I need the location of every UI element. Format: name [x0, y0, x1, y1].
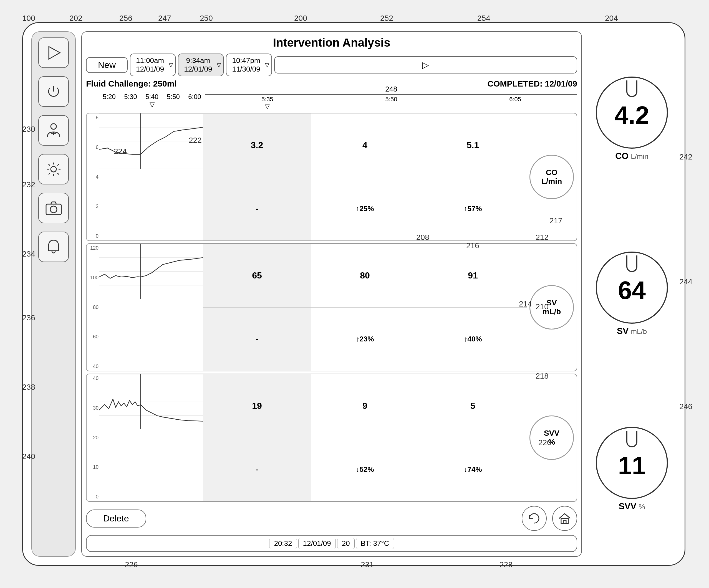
co-data-row: 8 6 4 2 0 [86, 113, 577, 241]
co-val-1: 3.2 [203, 113, 311, 177]
co-chart-area: 8 6 4 2 0 [86, 113, 203, 240]
svv-percent-row: - ↓52% ↓74% [203, 438, 527, 502]
tab-2[interactable]: 9:34am 12/01/09 ▽ [178, 54, 224, 76]
sv-knob-notch [626, 256, 637, 272]
co-pct-1: - [203, 177, 311, 241]
svv-y-40: 40 [87, 376, 99, 381]
bottom-row: Delete [86, 505, 577, 532]
svv-y-10: 10 [87, 464, 99, 470]
co-knob[interactable]: 4.2 [596, 77, 668, 149]
ref-254: 254 [477, 14, 490, 23]
time-label-4: 5:50 [163, 93, 184, 108]
ref-242: 242 [679, 153, 692, 161]
co-knob-value: 4.2 [614, 103, 649, 128]
svg-rect-26 [563, 520, 566, 524]
tab-3[interactable]: 10:47pm 11/30/09 ▽ [226, 54, 272, 76]
co-val-2: 4 [311, 113, 419, 177]
tab2-arrow: ▽ [217, 61, 221, 68]
svv-y-axis: 40 30 20 10 0 [86, 374, 99, 501]
ref-204: 204 [605, 14, 618, 23]
co-data-cells: 3.2 4 5.1 - ↑25% ↑57% [203, 113, 527, 240]
data-panels: 8 6 4 2 0 [86, 113, 577, 502]
tab-1[interactable]: 11:00am 12/01/09 ▽ [130, 54, 176, 76]
marker-triangle: ▽ [150, 101, 155, 108]
sv-chart-area: 120 100 80 60 40 [86, 244, 203, 371]
time-label-3-marker: 5:40 ▽ [141, 93, 163, 108]
svv-indicator: SVV % [529, 416, 574, 460]
new-tab[interactable]: New [86, 57, 128, 73]
fluid-challenge-header: Fluid Challenge: 250ml COMPLETED: 12/01/… [86, 79, 577, 88]
co-knob-notch [626, 80, 637, 97]
sv-percent-row: - ↑23% ↑40% [203, 308, 527, 371]
ref-247: 247 [158, 14, 171, 23]
sv-pct-2: ↑23% [311, 308, 419, 371]
tab3-time: 10:47pm [232, 56, 260, 65]
co-y-0: 0 [87, 233, 99, 239]
home-button[interactable] [552, 506, 577, 531]
camera-button[interactable] [38, 193, 69, 223]
co-percent-row: - ↑25% ↑57% [203, 177, 527, 241]
undo-button[interactable] [522, 506, 547, 531]
co-knob-container: 4.2 CO L/min [596, 77, 668, 161]
ref-214: 214 [519, 299, 532, 309]
svv-indicator-label: SVV [544, 429, 559, 438]
play-button[interactable] [38, 37, 69, 68]
ref-231: 231 [361, 560, 374, 569]
sv-y-40: 40 [87, 364, 99, 370]
time-labels-row: 5:20 5:30 5:40 ▽ 5:50 6:00 248 5:35 [86, 91, 577, 110]
co-pct-3: ↑57% [419, 177, 527, 241]
tab3-arrow: ▽ [265, 61, 269, 68]
sv-val-3: 91 [419, 244, 527, 307]
sv-y-axis: 120 100 80 60 40 [86, 244, 99, 371]
sv-knob-container: 64 SV mL/b [596, 251, 668, 336]
sv-y-120: 120 [87, 245, 99, 251]
svv-val-3: 5 [419, 374, 527, 438]
svv-chart-svg [99, 374, 203, 429]
main-content: Intervention Analysis New 11:00am 12/01/… [81, 31, 582, 557]
delete-button[interactable]: Delete [86, 509, 146, 528]
settings-button[interactable] [38, 154, 69, 184]
sv-val-2: 80 [311, 244, 419, 307]
co-y-4: 4 [87, 174, 99, 180]
svg-point-1 [51, 124, 56, 129]
ref-232: 232 [22, 180, 35, 189]
time-label-6-marker: 5:35 ▽ [205, 96, 330, 110]
time-label-1: 5:20 [99, 93, 120, 108]
sv-knob-value: 64 [618, 278, 646, 303]
status-bt: BT: 37°C [356, 538, 394, 549]
svv-pct-2: ↓52% [311, 438, 419, 502]
svg-marker-0 [49, 47, 60, 59]
svv-knob-container: 11 SVV % [596, 427, 668, 511]
status-date: 12/01/09 [298, 538, 336, 549]
co-y-axis: 8 6 4 2 0 [86, 113, 99, 240]
sv-pct-1: - [203, 308, 311, 371]
sv-knob[interactable]: 64 [596, 251, 668, 324]
tab3-date: 11/30/09 [232, 65, 260, 74]
svg-point-6 [50, 206, 57, 213]
svv-y-0: 0 [87, 494, 99, 500]
sv-y-60: 60 [87, 334, 99, 340]
svv-knob[interactable]: 11 [596, 427, 668, 499]
ref-200: 200 [294, 14, 307, 23]
ref-244: 244 [679, 277, 692, 286]
svv-val-1: 19 [203, 374, 311, 438]
sv-y-100: 100 [87, 275, 99, 281]
patient-button[interactable] [38, 115, 69, 145]
ref-228: 228 [499, 560, 513, 569]
power-button[interactable] [38, 76, 69, 107]
co-knob-label: CO [615, 151, 629, 161]
svv-knob-value: 11 [618, 453, 646, 478]
bell-button[interactable] [38, 232, 69, 262]
ref-210: 210 [535, 302, 549, 311]
sv-data-row: 120 100 80 60 40 [86, 243, 577, 371]
tab-row: New 11:00am 12/01/09 ▽ 9:34am 12/01/09 ▽… [86, 54, 577, 76]
ref-217: 217 [549, 216, 562, 225]
sv-values-row: 65 80 91 [203, 244, 527, 308]
ref-220: 220 [539, 438, 551, 447]
ref-238: 238 [22, 383, 35, 392]
tab-play-button[interactable]: ▷ [274, 56, 577, 74]
co-val-3: 5.1 [419, 113, 527, 177]
ref-216: 216 [466, 241, 479, 250]
ref-218: 218 [535, 372, 549, 380]
co-indicator: CO L/min [529, 155, 574, 199]
